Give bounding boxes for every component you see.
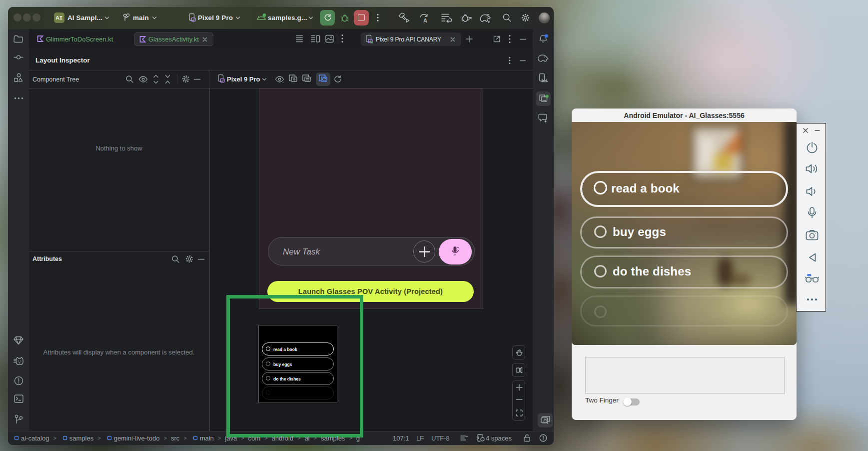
svg-text:A: A — [423, 18, 427, 24]
